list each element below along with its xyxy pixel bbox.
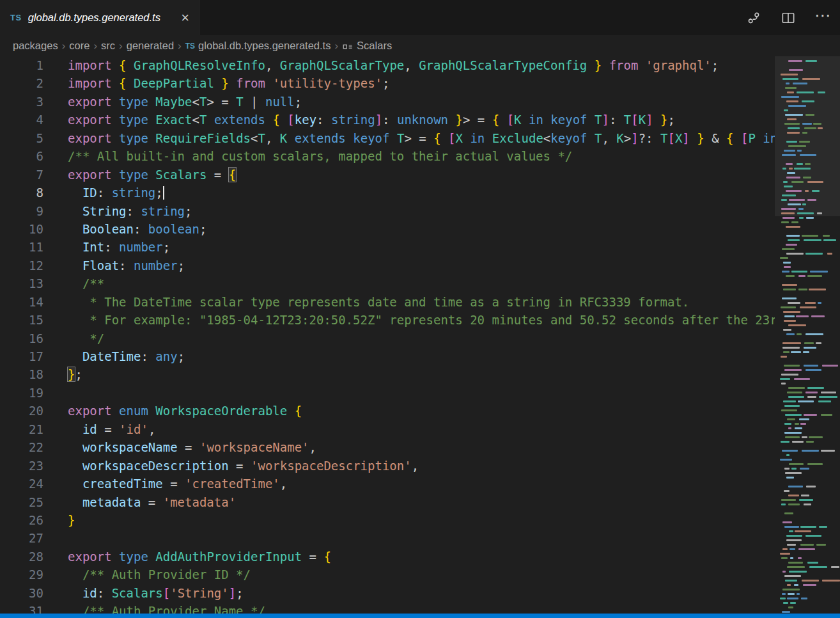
code-line[interactable]: 14 * The DateTime scalar type represents… <box>0 293 775 311</box>
code-line[interactable]: 20export enum WorkspaceOrderable { <box>0 402 775 420</box>
minimap-line <box>780 463 839 466</box>
minimap-line <box>780 571 839 573</box>
code-text: metadata = 'metadata' <box>43 493 236 511</box>
code-line[interactable]: 26} <box>0 511 775 529</box>
code-line[interactable]: 16 */ <box>0 329 775 347</box>
minimap-line <box>780 503 839 506</box>
text-cursor <box>163 186 164 200</box>
tab-close-icon[interactable]: × <box>178 11 192 25</box>
breadcrumb-item-core[interactable]: core <box>69 40 89 52</box>
minimap-line <box>780 392 839 394</box>
minimap-line <box>780 78 839 81</box>
minimap-line <box>780 436 839 439</box>
minimap-line <box>780 74 839 76</box>
code-line[interactable]: 3export type Maybe<T> = T | null; <box>0 93 775 111</box>
minimap-line <box>780 226 839 228</box>
code-line[interactable]: 10 Boolean: boolean; <box>0 220 775 238</box>
minimap-line <box>780 342 839 345</box>
code-line[interactable]: 24 createdTime = 'createdTime', <box>0 475 775 493</box>
minimap-line <box>780 141 839 143</box>
line-number: 4 <box>0 111 43 129</box>
breadcrumb-item-symbol[interactable]: Scalars <box>357 40 392 52</box>
code-text <box>43 384 68 402</box>
code-line[interactable]: 30 id: Scalars['String']; <box>0 584 775 602</box>
minimap-line <box>780 512 839 515</box>
code-line[interactable]: 18}; <box>0 365 775 383</box>
open-changes-icon[interactable] <box>744 8 763 28</box>
minimap-line <box>780 432 839 434</box>
code-line[interactable]: 27 <box>0 529 775 547</box>
code-line[interactable]: 5export type RequireFields<T, K extends … <box>0 129 775 147</box>
line-number: 22 <box>0 438 43 456</box>
code-line[interactable]: 4export type Exact<T extends { [key: str… <box>0 111 775 129</box>
code-line[interactable]: 17 DateTime: any; <box>0 347 775 365</box>
minimap-line <box>780 65 839 67</box>
code-line[interactable]: 6/** All built-in and custom scalars, ma… <box>0 147 775 165</box>
minimap-line <box>780 405 839 408</box>
code-line[interactable]: 19 <box>0 384 775 402</box>
minimap-line <box>780 109 839 112</box>
minimap-line <box>780 253 839 255</box>
line-number: 29 <box>0 566 43 583</box>
breadcrumb-separator: › <box>334 40 338 52</box>
tab-global-db-types-generated[interactable]: TS global.db.types.generated.ts × <box>0 0 199 35</box>
code-area[interactable]: 1import { GraphQLResolveInfo, GraphQLSca… <box>0 56 775 618</box>
minimap-line <box>780 132 839 134</box>
minimap-line <box>780 248 839 251</box>
minimap-line <box>780 60 839 63</box>
line-number: 20 <box>0 402 43 420</box>
code-line[interactable]: 9 String: string; <box>0 202 775 220</box>
code-text: export type Maybe<T> = T | null; <box>43 93 302 111</box>
code-text: ID: string; <box>43 184 164 202</box>
minimap-line <box>780 445 839 448</box>
code-line[interactable]: 29 /** Auth Provider ID */ <box>0 566 775 583</box>
minimap-line <box>780 239 839 242</box>
code-line[interactable]: 12 Float: number; <box>0 257 775 274</box>
code-line[interactable]: 15 * For example: "1985-04-12T23:20:50.5… <box>0 311 775 329</box>
minimap-line <box>780 472 839 475</box>
breadcrumb-item-packages[interactable]: packages <box>13 40 58 52</box>
breadcrumb: packages › core › src › generated › TS g… <box>0 35 840 56</box>
code-line[interactable]: 21 id = 'id', <box>0 420 775 438</box>
code-line[interactable]: 22 workspaceName = 'workspaceName', <box>0 438 775 456</box>
code-line[interactable]: 13 /** <box>0 274 775 292</box>
minimap-line <box>780 477 839 479</box>
code-text <box>43 529 68 547</box>
code-line[interactable]: 23 workspaceDescription = 'workspaceDesc… <box>0 457 775 475</box>
breadcrumb-item-file[interactable]: global.db.types.generated.ts <box>198 40 331 52</box>
line-number: 18 <box>0 365 43 383</box>
minimap-line <box>780 177 839 179</box>
breadcrumb-item-src[interactable]: src <box>101 40 115 52</box>
minimap[interactable] <box>775 56 840 618</box>
minimap-line <box>780 150 839 152</box>
vscode-window: TS global.db.types.generated.ts × ⋯ <box>0 0 840 618</box>
code-line[interactable]: 28export type AddAuthProviderInput = { <box>0 548 775 566</box>
split-editor-icon[interactable] <box>779 8 798 28</box>
code-line[interactable]: 2import { DeepPartial } from 'utility-ty… <box>0 74 775 92</box>
line-number: 2 <box>0 74 43 92</box>
code-text: * For example: "1985-04-12T23:20:50.52Z"… <box>43 311 775 329</box>
code-line[interactable]: 8 ID: string; <box>0 184 775 202</box>
code-line[interactable]: 1import { GraphQLResolveInfo, GraphQLSca… <box>0 56 775 74</box>
minimap-line <box>780 284 839 287</box>
minimap-line <box>780 280 839 282</box>
code-text: export type RequireFields<T, K extends k… <box>43 129 775 147</box>
minimap-line <box>780 154 839 157</box>
more-actions-icon[interactable]: ⋯ <box>813 8 832 28</box>
code-line[interactable]: 7export type Scalars = { <box>0 166 775 184</box>
code-line[interactable]: 11 Int: number; <box>0 238 775 256</box>
breadcrumb-item-generated[interactable]: generated <box>127 40 174 52</box>
minimap-line <box>780 495 839 497</box>
code-text: * The DateTime scalar type represents da… <box>43 293 689 311</box>
minimap-line <box>780 190 839 193</box>
minimap-line <box>780 369 839 372</box>
line-number: 15 <box>0 311 43 329</box>
minimap-line <box>780 257 839 260</box>
code-text: */ <box>43 329 104 347</box>
minimap-line <box>780 606 839 609</box>
minimap-line <box>780 383 839 385</box>
line-number: 14 <box>0 293 43 311</box>
code-line[interactable]: 25 metadata = 'metadata' <box>0 493 775 511</box>
typescript-file-icon: TS <box>10 13 22 22</box>
code-text: /** All built-in and custom scalars, map… <box>43 147 572 165</box>
